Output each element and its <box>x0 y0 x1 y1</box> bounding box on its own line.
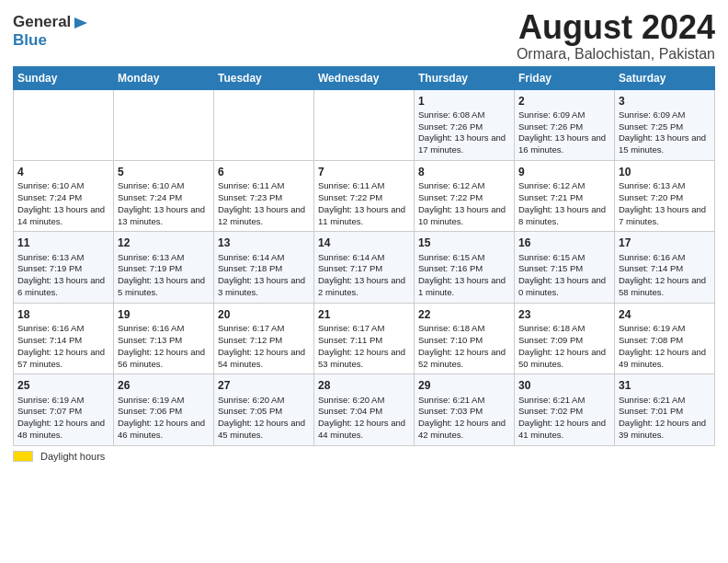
daylight-text: Daylight: 13 hours and 3 minutes. <box>218 275 305 297</box>
calendar-cell: 22Sunrise: 6:18 AMSunset: 7:10 PMDayligh… <box>415 303 515 373</box>
sunrise-text: Sunrise: 6:13 AM <box>619 180 685 190</box>
daylight-text: Daylight: 13 hours and 0 minutes. <box>518 275 606 297</box>
calendar-subtitle: Ormara, Balochistan, Pakistan <box>517 46 715 63</box>
day-number: 22 <box>418 307 510 322</box>
week-row-2: 4Sunrise: 6:10 AMSunset: 7:24 PMDaylight… <box>14 161 715 232</box>
day-number: 26 <box>118 378 210 393</box>
sunset-text: Sunset: 7:19 PM <box>17 263 82 273</box>
sunrise-text: Sunrise: 6:09 AM <box>518 109 585 120</box>
daylight-text: Daylight: 12 hours and 41 minutes. <box>518 418 606 440</box>
sunrise-text: Sunrise: 6:12 AM <box>518 180 585 190</box>
day-number: 13 <box>218 236 310 250</box>
weekday-header-friday: Friday <box>515 66 615 89</box>
sunset-text: Sunset: 7:14 PM <box>619 263 683 273</box>
day-number: 23 <box>518 307 610 322</box>
week-row-3: 11Sunrise: 6:13 AMSunset: 7:19 PMDayligh… <box>14 232 715 303</box>
calendar-cell: 7Sunrise: 6:11 AMSunset: 7:22 PMDaylight… <box>314 161 415 232</box>
sunset-text: Sunset: 7:08 PM <box>619 335 683 345</box>
sunset-text: Sunset: 7:25 PM <box>619 121 683 132</box>
sunset-text: Sunset: 7:15 PM <box>518 263 583 273</box>
page-container: General Blue August 2024 Ormara, Balochi… <box>0 0 728 467</box>
calendar-cell: 30Sunrise: 6:21 AMSunset: 7:02 PMDayligh… <box>515 374 615 445</box>
week-row-4: 18Sunrise: 6:16 AMSunset: 7:14 PMDayligh… <box>14 303 715 373</box>
sunset-text: Sunset: 7:04 PM <box>318 406 382 416</box>
sunrise-text: Sunrise: 6:11 AM <box>318 180 384 190</box>
daylight-text: Daylight: 13 hours and 7 minutes. <box>619 204 706 226</box>
daylight-text: Daylight: 12 hours and 56 minutes. <box>118 347 205 369</box>
day-number: 28 <box>318 378 410 393</box>
weekday-header-saturday: Saturday <box>615 66 715 89</box>
day-number: 2 <box>518 94 610 109</box>
sunrise-text: Sunrise: 6:21 AM <box>619 395 685 405</box>
sunset-text: Sunset: 7:03 PM <box>418 406 483 416</box>
daylight-text: Daylight: 12 hours and 58 minutes. <box>619 275 706 297</box>
sunset-text: Sunset: 7:26 PM <box>418 121 483 132</box>
day-number: 6 <box>218 165 310 179</box>
day-number: 16 <box>518 236 610 250</box>
sunrise-text: Sunrise: 6:17 AM <box>218 323 284 333</box>
calendar-cell: 21Sunrise: 6:17 AMSunset: 7:11 PMDayligh… <box>314 303 415 373</box>
calendar-cell: 1Sunrise: 6:08 AMSunset: 7:26 PMDaylight… <box>415 89 515 160</box>
sunrise-text: Sunrise: 6:19 AM <box>17 395 84 405</box>
sunrise-text: Sunrise: 6:15 AM <box>518 252 585 262</box>
footer: Daylight hours <box>13 451 715 462</box>
sunrise-text: Sunrise: 6:13 AM <box>17 252 84 262</box>
calendar-cell: 11Sunrise: 6:13 AMSunset: 7:19 PMDayligh… <box>14 232 114 303</box>
day-number: 1 <box>418 94 510 109</box>
day-number: 12 <box>118 236 210 250</box>
calendar-cell: 9Sunrise: 6:12 AMSunset: 7:21 PMDaylight… <box>515 161 615 232</box>
daylight-text: Daylight: 12 hours and 48 minutes. <box>17 418 105 440</box>
daylight-text: Daylight: 12 hours and 42 minutes. <box>418 418 506 440</box>
daylight-text: Daylight: 12 hours and 39 minutes. <box>619 418 706 440</box>
daylight-text: Daylight: 12 hours and 49 minutes. <box>619 347 706 369</box>
daylight-text: Daylight: 12 hours and 52 minutes. <box>418 347 506 369</box>
sunrise-text: Sunrise: 6:20 AM <box>218 395 284 405</box>
weekday-header-monday: Monday <box>114 66 214 89</box>
sunset-text: Sunset: 7:12 PM <box>218 335 282 345</box>
sunset-text: Sunset: 7:17 PM <box>318 263 382 273</box>
day-number: 10 <box>619 165 711 179</box>
calendar-cell: 8Sunrise: 6:12 AMSunset: 7:22 PMDaylight… <box>415 161 515 232</box>
sunrise-text: Sunrise: 6:11 AM <box>218 180 284 190</box>
sunrise-text: Sunrise: 6:19 AM <box>118 395 184 405</box>
sunrise-text: Sunrise: 6:16 AM <box>17 323 84 333</box>
daylight-text: Daylight: 13 hours and 5 minutes. <box>118 275 205 297</box>
sunrise-text: Sunrise: 6:17 AM <box>318 323 384 333</box>
sunrise-text: Sunrise: 6:20 AM <box>318 395 384 405</box>
sunrise-text: Sunrise: 6:14 AM <box>218 252 284 262</box>
daylight-text: Daylight: 13 hours and 13 minutes. <box>118 204 205 226</box>
day-number: 25 <box>17 378 109 393</box>
logo-arrow-icon <box>73 15 89 31</box>
calendar-cell: 10Sunrise: 6:13 AMSunset: 7:20 PMDayligh… <box>615 161 715 232</box>
sunset-text: Sunset: 7:05 PM <box>218 406 282 416</box>
daylight-text: Daylight: 12 hours and 44 minutes. <box>318 418 405 440</box>
daylight-text: Daylight: 12 hours and 54 minutes. <box>218 347 305 369</box>
sunset-text: Sunset: 7:19 PM <box>118 263 182 273</box>
daylight-text: Daylight: 12 hours and 50 minutes. <box>518 347 606 369</box>
day-number: 9 <box>518 165 610 179</box>
calendar-cell: 24Sunrise: 6:19 AMSunset: 7:08 PMDayligh… <box>615 303 715 373</box>
week-row-5: 25Sunrise: 6:19 AMSunset: 7:07 PMDayligh… <box>14 374 715 445</box>
daylight-text: Daylight: 13 hours and 10 minutes. <box>418 204 506 226</box>
daylight-text: Daylight: 12 hours and 46 minutes. <box>118 418 205 440</box>
calendar-cell: 28Sunrise: 6:20 AMSunset: 7:04 PMDayligh… <box>314 374 415 445</box>
day-number: 7 <box>318 165 410 179</box>
sunrise-text: Sunrise: 6:12 AM <box>418 180 484 190</box>
calendar-table: SundayMondayTuesdayWednesdayThursdayFrid… <box>13 66 715 446</box>
calendar-cell: 27Sunrise: 6:20 AMSunset: 7:05 PMDayligh… <box>214 374 314 445</box>
calendar-cell: 19Sunrise: 6:16 AMSunset: 7:13 PMDayligh… <box>114 303 214 373</box>
calendar-cell: 4Sunrise: 6:10 AMSunset: 7:24 PMDaylight… <box>14 161 114 232</box>
day-number: 17 <box>619 236 711 250</box>
day-number: 27 <box>218 378 310 393</box>
logo-general-text: General <box>13 13 71 31</box>
daylight-text: Daylight: 13 hours and 2 minutes. <box>318 275 405 297</box>
calendar-cell: 13Sunrise: 6:14 AMSunset: 7:18 PMDayligh… <box>214 232 314 303</box>
sunset-text: Sunset: 7:24 PM <box>118 192 182 202</box>
sunset-text: Sunset: 7:01 PM <box>619 406 683 416</box>
daylight-text: Daylight: 13 hours and 17 minutes. <box>418 132 506 155</box>
daylight-text: Daylight: 12 hours and 45 minutes. <box>218 418 305 440</box>
logo: General Blue <box>13 13 89 50</box>
sunrise-text: Sunrise: 6:10 AM <box>118 180 184 190</box>
sunrise-text: Sunrise: 6:14 AM <box>318 252 384 262</box>
sunrise-text: Sunrise: 6:15 AM <box>418 252 484 262</box>
